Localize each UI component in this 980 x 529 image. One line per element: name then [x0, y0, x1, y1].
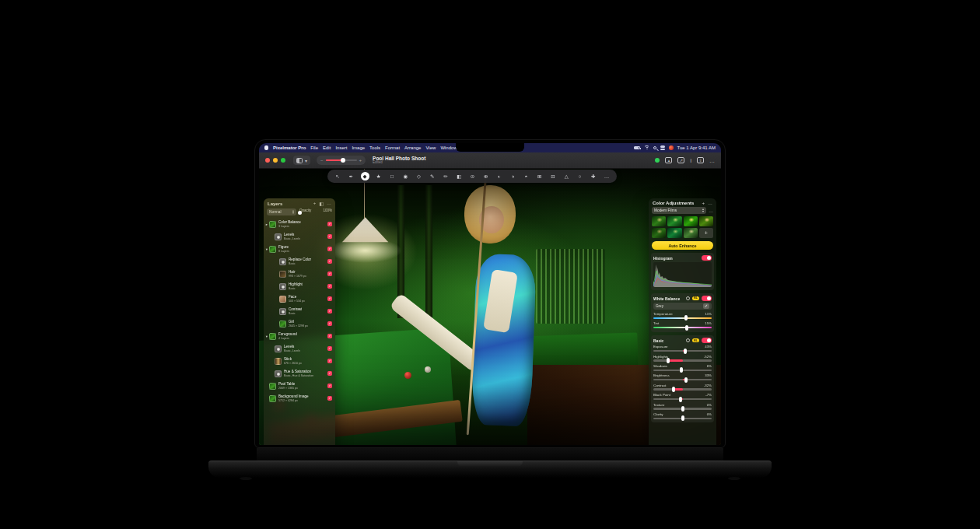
toolbar-more-icon[interactable]: … — [603, 173, 611, 180]
menu-item-window[interactable]: Window — [440, 145, 457, 150]
menu-item-file[interactable]: File — [310, 145, 318, 150]
color-profile-dot[interactable] — [655, 158, 660, 163]
canvas[interactable]: ↖ ✒ ◆ ★ □ ◉ ◇ ✎ ✏ ◧ ⊙ ⊕ ◐ ◑ ◓ — [259, 169, 721, 445]
preset-more-button[interactable]: … — [709, 208, 713, 213]
menu-item-insert[interactable]: Insert — [335, 145, 347, 150]
menu-clock[interactable]: Tue 1 Apr 9:41 AM — [677, 145, 716, 150]
zoom-slider[interactable]: − + — [317, 156, 366, 165]
layer-row-highlight[interactable]: HighlightBasic ✓ — [264, 280, 335, 293]
menu-app-name[interactable]: Pixelmator Pro — [273, 145, 306, 150]
exposure-knob[interactable] — [684, 349, 687, 354]
menu-item-image[interactable]: Image — [352, 145, 365, 150]
layer-row-pool-table[interactable]: Pool Table2069 × 1365 px ✓ — [264, 380, 335, 392]
preset-thumbnail[interactable] — [652, 216, 666, 226]
tool-quick-select-icon[interactable]: ◉ — [401, 173, 409, 180]
tool-eraser-icon[interactable]: ◧ — [455, 173, 463, 180]
document-title-block[interactable]: Pool Hall Photo Shoot Edited — [373, 156, 425, 165]
tool-heal-icon[interactable]: ◐ — [495, 173, 503, 180]
info-icon[interactable]: i — [690, 158, 691, 163]
preset-thumbnail[interactable] — [667, 228, 681, 238]
menu-item-format[interactable]: Format — [385, 145, 400, 150]
tool-pen-icon[interactable]: ✒ — [347, 173, 355, 180]
eyedropper-icon[interactable]: ✐ — [703, 303, 709, 309]
layer-visibility-checkbox[interactable]: ✓ — [327, 309, 332, 314]
battery-icon[interactable] — [634, 146, 640, 149]
menu-item-arrange[interactable]: Arrange — [404, 145, 421, 150]
highlights-knob[interactable] — [667, 358, 670, 363]
add-layer-button[interactable]: + — [313, 201, 317, 206]
clarity-slider[interactable] — [653, 418, 712, 419]
highlights-slider[interactable] — [653, 359, 712, 361]
contrast-slider[interactable] — [653, 388, 712, 390]
zoom-in-icon[interactable]: + — [359, 158, 362, 163]
opacity-control[interactable]: Opacity 100% — [299, 208, 332, 212]
brightness-knob[interactable] — [684, 377, 688, 383]
tint-knob[interactable] — [685, 325, 688, 331]
layer-visibility-checkbox[interactable]: ✓ — [327, 359, 332, 363]
layer-view-button[interactable]: ◧ — [319, 201, 324, 206]
layer-visibility-checkbox[interactable]: ✓ — [327, 296, 332, 301]
preset-thumbnail[interactable] — [699, 216, 713, 226]
texture-knob[interactable] — [681, 406, 684, 412]
layer-row-hair[interactable]: Hair993 × 1679 px ✓ — [264, 268, 335, 280]
layer-row-girl[interactable]: Girl2645 × 3298 px ✓ — [264, 317, 335, 330]
spotlight-search-icon[interactable] — [653, 146, 656, 149]
reset-circle-icon[interactable] — [686, 338, 690, 342]
add-preset-button[interactable]: + — [699, 228, 713, 238]
zoom-out-icon[interactable]: − — [320, 158, 324, 163]
share-icon[interactable]: ⇧ — [697, 157, 704, 163]
tool-effects-icon[interactable]: ★ — [375, 173, 383, 180]
tool-crop-icon[interactable]: ⊞ — [536, 173, 544, 180]
tool-fill-icon[interactable]: ⊙ — [469, 173, 477, 180]
layer-row-levels[interactable]: LevelsBasic, Levels ✓ — [264, 230, 335, 243]
adjustments-more-button[interactable]: … — [708, 201, 712, 205]
layer-visibility-checkbox[interactable]: ✓ — [327, 222, 332, 226]
control-center-icon[interactable] — [660, 145, 665, 149]
layer-visibility-checkbox[interactable]: ✓ — [327, 272, 332, 276]
black-point-knob[interactable] — [679, 397, 682, 402]
layer-visibility-checkbox[interactable]: ✓ — [327, 284, 332, 289]
blend-mode-select[interactable]: Normal — [267, 208, 296, 215]
zoom-track[interactable] — [326, 159, 357, 162]
temperature-slider[interactable] — [653, 317, 712, 319]
fullscreen-button[interactable] — [281, 158, 285, 163]
layer-visibility-checkbox[interactable]: ✓ — [327, 346, 332, 351]
temperature-knob[interactable] — [684, 315, 688, 321]
sidebar-toggle-button[interactable]: ▾ — [293, 156, 310, 165]
layer-visibility-checkbox[interactable]: ✓ — [327, 321, 332, 326]
clarity-knob[interactable] — [681, 415, 684, 421]
menu-item-tools[interactable]: Tools — [369, 145, 380, 150]
auto-enhance-button[interactable]: Auto Enhance — [652, 241, 713, 250]
tool-warp-icon[interactable]: △ — [562, 173, 570, 180]
preset-thumbnail[interactable] — [684, 228, 698, 238]
shadows-knob[interactable] — [680, 367, 683, 373]
preset-group-select[interactable]: Modern Films — [652, 207, 706, 214]
layer-row-replace-color[interactable]: Replace ColorBasic ✓ — [264, 255, 335, 268]
tool-color-picker-icon[interactable]: ✚ — [590, 173, 597, 180]
preset-thumbnail[interactable] — [684, 216, 698, 226]
layer-row-figure[interactable]: ▾ Figure8 Layers ✓ — [264, 243, 335, 255]
tool-sharpen-icon[interactable]: ◓ — [523, 173, 530, 180]
layer-row-background-image[interactable]: Background Image5712 × 4284 px ✓ — [264, 392, 335, 405]
shadows-slider[interactable] — [653, 370, 712, 371]
layers-more-button[interactable]: … — [327, 201, 331, 206]
layer-row-contrast[interactable]: ContrastBasic ✓ — [264, 305, 335, 317]
tool-pencil-icon[interactable]: ✏ — [442, 173, 450, 180]
minimize-button[interactable] — [273, 158, 278, 163]
ml-badge[interactable]: ML — [692, 338, 699, 342]
white-balance-toggle[interactable] — [702, 296, 712, 301]
reset-circle-icon[interactable] — [686, 296, 690, 300]
layer-visibility-checkbox[interactable]: ✓ — [327, 259, 332, 264]
contrast-knob[interactable] — [672, 387, 675, 392]
layer-row-face[interactable]: Face503 × 534 px ✓ — [264, 293, 335, 305]
layer-row-levels-2[interactable]: LevelsBasic, Levels ✓ — [264, 342, 335, 355]
layer-visibility-checkbox[interactable]: ✓ — [327, 234, 332, 239]
menu-item-edit[interactable]: Edit — [323, 145, 331, 150]
tool-paint-icon-selected[interactable]: ◆ — [361, 172, 369, 180]
layer-visibility-checkbox[interactable]: ✓ — [327, 247, 332, 251]
tool-rect-select-icon[interactable]: □ — [388, 173, 396, 180]
black-point-slider[interactable] — [653, 398, 712, 400]
layer-row-stick[interactable]: Stick676 × 2610 px ✓ — [264, 355, 335, 367]
tool-lasso-icon[interactable]: ◇ — [415, 173, 423, 180]
close-button[interactable] — [265, 158, 270, 163]
